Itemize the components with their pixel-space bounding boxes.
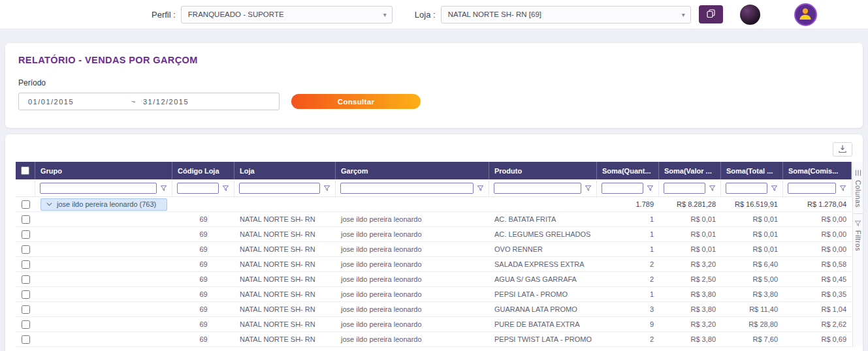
table-row: 69 NATAL NORTE SH- RN jose ildo pereira … [16, 332, 852, 347]
filter-icon[interactable] [709, 185, 716, 192]
col-header-produto[interactable]: Produto [489, 162, 597, 179]
cell-produto: PEPSI TWIST LATA - PROMO [489, 332, 597, 346]
cell-loja: NATAL NORTE SH- RN [234, 317, 336, 331]
group-expander[interactable]: jose ildo pereira leonardo (763) [40, 198, 167, 211]
filter-icon[interactable] [323, 185, 330, 192]
cell-soma-quant: 1 [597, 287, 659, 301]
filter-icon[interactable] [771, 185, 778, 192]
cell-soma-valor: R$ 2,50 [659, 272, 721, 286]
row-checkbox[interactable] [22, 320, 30, 329]
cell-soma-comis: R$ 0,00 [783, 227, 852, 241]
filter-input-garcom[interactable] [340, 183, 474, 194]
table-row: 69 NATAL NORTE SH- RN jose ildo pereira … [16, 272, 852, 287]
group-chip-cell: jose ildo pereira leonardo (763) [35, 197, 172, 211]
col-header-soma-total[interactable]: Soma(Total ... [721, 162, 783, 179]
user-avatar[interactable] [794, 3, 817, 26]
col-header-soma-quant[interactable]: Soma(Quant... [597, 162, 659, 179]
cell-codigo-loja: 69 [172, 272, 234, 286]
table-row: 69 NATAL NORTE SH- RN jose ildo pereira … [16, 302, 852, 317]
cell-soma-quant: 2 [597, 332, 659, 346]
grid-panel: Grupo Código Loja Loja Garçom Produto So… [5, 134, 863, 351]
filter-cell-check [16, 179, 35, 196]
cell-loja: NATAL NORTE SH- RN [234, 257, 336, 271]
date-separator: ~ [131, 98, 137, 106]
cell-soma-quant: 3 [597, 302, 659, 316]
filter-cell-garcom [336, 179, 489, 196]
report-panel: RELATÓRIO - VENDAS POR GARÇOM Período 01… [5, 43, 863, 128]
filter-icon[interactable] [647, 185, 654, 192]
tab-colunas[interactable]: Colunas [854, 166, 862, 211]
date-range-input[interactable]: 01/01/2015 ~ 31/12/2015 [18, 93, 280, 110]
cell-produto: GUARANA LATA PROMO [489, 302, 597, 316]
cell-soma-quant: 2 [597, 272, 659, 286]
row-checkbox[interactable] [22, 245, 30, 254]
filter-input-soma-quant[interactable] [602, 183, 643, 194]
col-header-grupo[interactable]: Grupo [35, 162, 172, 179]
cell-soma-total: R$ 3,80 [721, 287, 783, 301]
filter-icon[interactable] [160, 185, 167, 192]
row-checkbox[interactable] [22, 230, 30, 239]
row-checkbox[interactable] [22, 275, 30, 284]
cell-codigo-loja: 69 [172, 332, 234, 346]
side-strip: Colunas Filtros [852, 162, 863, 347]
filter-input-grupo[interactable] [40, 183, 157, 194]
filter-input-soma-comis[interactable] [788, 183, 836, 194]
col-header-garcom[interactable]: Garçom [336, 162, 489, 179]
filter-cell-loja [234, 179, 336, 196]
col-header-codigo-loja[interactable]: Código Loja [172, 162, 234, 179]
grid-area: Grupo Código Loja Loja Garçom Produto So… [16, 162, 863, 347]
row-checkbox[interactable] [22, 260, 30, 269]
filter-input-loja[interactable] [239, 183, 320, 194]
brand-avatar[interactable] [740, 5, 760, 25]
filter-cell-codigo-loja [172, 179, 234, 196]
cell-garcom: jose ildo pereira leonardo [336, 287, 489, 301]
tab-filtros[interactable]: Filtros [854, 217, 862, 254]
row-checkbox[interactable] [22, 215, 30, 224]
filter-input-soma-total[interactable] [726, 183, 767, 194]
cell-soma-comis: R$ 1,04 [783, 302, 852, 316]
col-header-loja[interactable]: Loja [234, 162, 336, 179]
divider [854, 213, 863, 214]
group-checkbox[interactable] [22, 200, 30, 209]
cell-soma-total: R$ 28,80 [721, 317, 783, 331]
grid-toolbar [16, 142, 863, 158]
copy-icon [706, 8, 716, 20]
row-checkbox[interactable] [22, 335, 30, 344]
store-action-button[interactable] [699, 5, 723, 23]
cell-produto: PEPSI LATA - PROMO [489, 287, 597, 301]
cell-soma-total: R$ 0,01 [721, 212, 783, 226]
date-to-value[interactable]: 31/12/2015 [143, 98, 189, 106]
filter-icon[interactable] [839, 185, 846, 192]
loja-select[interactable]: NATAL NORTE SH- RN [69] ▾ [441, 6, 691, 23]
cell-soma-valor: R$ 3,20 [659, 257, 721, 271]
filter-input-codigo-loja[interactable] [177, 183, 219, 194]
person-icon [797, 5, 813, 23]
export-button[interactable] [833, 142, 852, 157]
cell-soma-total: R$ 7,60 [721, 332, 783, 346]
col-header-soma-comis[interactable]: Soma(Comis... [783, 162, 852, 179]
row-checkbox[interactable] [22, 305, 30, 314]
filter-icon[interactable] [222, 185, 229, 192]
group-label: jose ildo pereira leonardo (763) [57, 200, 156, 208]
select-all-checkbox[interactable] [21, 166, 29, 175]
row-checkbox[interactable] [22, 290, 30, 299]
cell-codigo-loja: 69 [172, 242, 234, 256]
filter-icon[interactable] [585, 185, 592, 192]
columns-icon [854, 169, 862, 177]
cell-soma-valor: R$ 3,20 [659, 317, 721, 331]
date-from-value[interactable]: 01/01/2015 [28, 98, 74, 106]
perfil-select[interactable]: FRANQUEADO - SUPORTE ▾ [181, 6, 393, 23]
filter-input-soma-valor[interactable] [664, 183, 705, 194]
cell-loja: NATAL NORTE SH- RN [234, 287, 336, 301]
cell-garcom: jose ildo pereira leonardo [336, 332, 489, 346]
filter-input-produto[interactable] [494, 183, 581, 194]
cell-garcom: jose ildo pereira leonardo [336, 317, 489, 331]
filter-icon[interactable] [477, 185, 484, 192]
consultar-button[interactable]: Consultar [291, 94, 421, 109]
cell-loja: NATAL NORTE SH- RN [234, 242, 336, 256]
perfil-field: Perfil : FRANQUEADO - SUPORTE ▾ [152, 6, 393, 23]
cell-codigo-loja: 69 [172, 257, 234, 271]
data-grid: Grupo Código Loja Loja Garçom Produto So… [16, 162, 852, 347]
col-header-soma-valor[interactable]: Soma(Valor ... [659, 162, 721, 179]
cell-soma-comis: R$ 2,62 [783, 317, 852, 331]
